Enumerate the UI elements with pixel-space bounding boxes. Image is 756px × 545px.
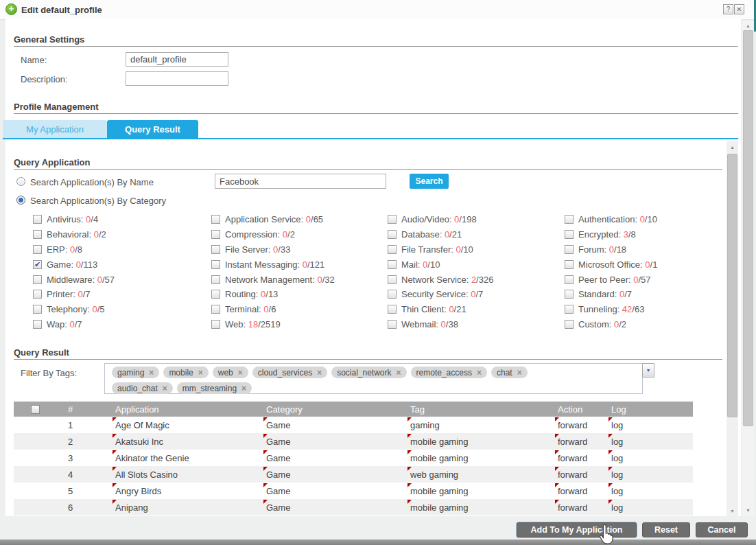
checkbox-icon[interactable]	[33, 230, 42, 239]
category-filter-file-transfer[interactable]: File Transfer: 0/10	[388, 242, 565, 257]
category-filter-instant-messaging[interactable]: Instant Messaging: 0/121	[211, 257, 388, 272]
category-filter-application-service[interactable]: Application Service: 0/65	[211, 212, 388, 227]
checkbox-icon[interactable]	[33, 215, 42, 224]
checkbox-icon[interactable]	[388, 320, 397, 329]
column-header-action[interactable]: Action	[549, 404, 602, 415]
category-filter-telephony[interactable]: Telephony: 0/5	[33, 302, 211, 317]
radio-search-by-name[interactable]	[16, 177, 25, 186]
description-field[interactable]	[126, 71, 228, 86]
tag-chip-cloud-services[interactable]: cloud_services×	[252, 367, 327, 378]
tag-chip-chat[interactable]: chat×	[491, 367, 528, 378]
tag-chip-social-network[interactable]: social_network×	[331, 367, 406, 378]
table-row[interactable]: 4All Slots CasinoGameweb gamingforwardlo…	[14, 466, 693, 483]
checkbox-icon[interactable]	[211, 245, 220, 254]
category-filter-thin-client[interactable]: Thin Client: 0/21	[388, 302, 565, 317]
checkbox-icon[interactable]	[565, 290, 574, 299]
column-header-application[interactable]: Application	[106, 404, 257, 415]
table-row[interactable]: 5Angry BirdsGamemobile gamingforwardlog	[14, 483, 693, 499]
checkbox-icon[interactable]	[33, 245, 42, 254]
scroll-down-icon[interactable]: ▼	[742, 506, 754, 515]
category-filter-wap[interactable]: Wap: 0/7	[33, 317, 211, 332]
column-header-tag[interactable]: Tag	[401, 404, 549, 415]
category-filter-authentication[interactable]: Authentication: 0/10	[565, 212, 657, 227]
category-filter-mail[interactable]: Mail: 0/10	[388, 257, 565, 272]
category-filter-standard[interactable]: Standard: 0/7	[565, 287, 657, 302]
category-filter-microsoft-office[interactable]: Microsoft Office: 0/1	[565, 257, 657, 272]
tag-chip-mm-streaming[interactable]: mm_streaming×	[177, 382, 252, 394]
category-filter-printer[interactable]: Printer: 0/7	[33, 287, 211, 302]
remove-tag-icon[interactable]: ×	[238, 368, 243, 378]
checkbox-icon[interactable]	[33, 305, 42, 314]
cancel-button[interactable]: Cancel	[696, 522, 748, 537]
category-filter-compression[interactable]: Compression: 0/2	[211, 227, 388, 242]
remove-tag-icon[interactable]: ×	[163, 384, 167, 393]
checkbox-icon[interactable]	[565, 275, 574, 284]
checkbox-icon[interactable]	[388, 260, 397, 269]
checkbox-icon[interactable]	[565, 245, 574, 254]
column-header-category[interactable]: Category	[257, 404, 401, 415]
checkbox-icon[interactable]	[565, 215, 574, 224]
radio-search-by-category[interactable]	[16, 196, 25, 205]
category-filter-audio-video[interactable]: Audio/Video: 0/198	[388, 212, 565, 227]
checkbox-icon[interactable]	[388, 275, 397, 284]
category-filter-database[interactable]: Database: 0/21	[388, 227, 565, 242]
category-filter-game[interactable]: ✔Game: 0/113	[33, 257, 211, 272]
application-name-search-input[interactable]	[215, 174, 386, 189]
outer-scrollbar-thumb[interactable]	[743, 30, 753, 426]
category-filter-encrypted[interactable]: Encrypted: 3/8	[565, 227, 657, 242]
checkbox-icon[interactable]	[211, 320, 220, 329]
tag-chip-audio-chat[interactable]: audio_chat×	[112, 382, 173, 394]
checkbox-icon[interactable]	[388, 245, 397, 254]
name-field[interactable]	[126, 52, 228, 67]
remove-tag-icon[interactable]: ×	[477, 368, 482, 378]
checkbox-icon[interactable]	[565, 320, 574, 329]
column-header-log[interactable]: Log	[602, 404, 693, 415]
category-filter-routing[interactable]: Routing: 0/13	[211, 287, 388, 302]
category-filter-web[interactable]: Web: 18/2519	[211, 317, 388, 332]
table-row[interactable]: 3Akinator the GenieGamemobile gamingforw…	[14, 450, 693, 466]
category-filter-antivirus[interactable]: Antivirus: 0/4	[33, 212, 211, 227]
scroll-down-icon[interactable]: ▼	[727, 507, 738, 516]
column-header-num[interactable]: #	[34, 404, 106, 415]
checkbox-icon[interactable]	[211, 260, 220, 269]
checkbox-icon[interactable]	[388, 215, 397, 224]
table-row[interactable]: 6AnipangGamemobile gamingforwardlog	[14, 499, 693, 515]
category-filter-custom[interactable]: Custom: 0/2	[565, 317, 657, 332]
tag-chip-remote-access[interactable]: remote_access×	[411, 367, 487, 378]
table-row[interactable]: 2Akatsuki IncGamemobile gamingforwardlog	[14, 433, 693, 450]
scroll-up-icon[interactable]: ▲	[742, 21, 754, 31]
chevron-down-icon[interactable]: ▼	[642, 363, 654, 378]
checkbox-icon[interactable]	[33, 290, 42, 299]
table-row[interactable]: 1Age Of MagicGamegamingforwardlog	[14, 417, 693, 433]
checkbox-icon[interactable]	[211, 275, 220, 284]
remove-tag-icon[interactable]: ×	[149, 368, 154, 378]
inner-scrollbar-thumb[interactable]	[727, 154, 737, 417]
scroll-up-icon[interactable]: ▲	[727, 143, 738, 152]
close-button[interactable]: ✕	[734, 4, 744, 14]
search-button[interactable]: Search	[410, 174, 449, 189]
checkbox-icon[interactable]	[211, 230, 220, 239]
checkbox-icon[interactable]	[33, 275, 42, 284]
checkbox-icon[interactable]	[565, 305, 574, 314]
remove-tag-icon[interactable]: ×	[198, 368, 203, 378]
checkbox-icon[interactable]	[565, 230, 574, 239]
checkbox-icon[interactable]	[388, 305, 397, 314]
add-to-my-application-button[interactable]: Add To My Application	[517, 522, 637, 537]
category-filter-forum[interactable]: Forum: 0/18	[565, 242, 657, 257]
checkbox-icon[interactable]	[388, 230, 397, 239]
tab-my-application[interactable]: My Application	[3, 120, 107, 139]
category-filter-network-service[interactable]: Network Service: 2/326	[388, 272, 565, 287]
category-filter-erp[interactable]: ERP: 0/8	[33, 242, 211, 257]
checkbox-icon[interactable]	[211, 290, 220, 299]
tab-query-result[interactable]: Query Result	[107, 120, 198, 139]
reset-button[interactable]: Reset	[642, 522, 690, 537]
category-filter-webmail[interactable]: Webmail: 0/38	[388, 317, 565, 332]
checkbox-icon[interactable]	[33, 320, 42, 329]
tag-filter-box[interactable]: gaming×mobile×web×cloud_services×social_…	[104, 363, 643, 394]
category-filter-file-server[interactable]: File Server: 0/33	[211, 242, 388, 257]
category-filter-terminal[interactable]: Terminal: 0/6	[211, 302, 388, 317]
remove-tag-icon[interactable]: ×	[397, 368, 401, 378]
category-filter-tunneling[interactable]: Tunneling: 42/63	[565, 302, 657, 317]
category-filter-security-service[interactable]: Security Service: 0/7	[388, 287, 565, 302]
remove-tag-icon[interactable]: ×	[241, 384, 246, 393]
